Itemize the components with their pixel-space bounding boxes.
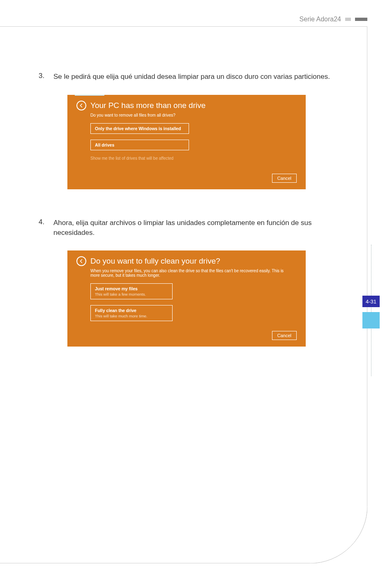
header-bar-dark xyxy=(355,18,367,21)
option-title: All drives xyxy=(95,142,184,147)
back-arrow-icon[interactable] xyxy=(76,256,86,266)
dialog-title-row: Do you want to fully clean your drive? xyxy=(76,256,297,266)
option-subtext: This will take much more time. xyxy=(95,314,168,318)
right-border xyxy=(367,26,367,506)
option-only-windows-drive[interactable]: Only the drive where Windows is installe… xyxy=(90,123,189,134)
option-just-remove-files[interactable]: Just remove my files This will take a fe… xyxy=(90,283,173,299)
dialog-spacer xyxy=(76,321,297,338)
section-tab xyxy=(362,312,380,328)
dialog-title-row: Your PC has more than one drive xyxy=(76,101,297,110)
step-number: 4. xyxy=(39,218,53,238)
screenshot-2: Do you want to fully clean your drive? W… xyxy=(67,250,334,347)
dialog-title: Your PC has more than one drive xyxy=(90,101,205,110)
option-title: Just remove my files xyxy=(95,286,168,291)
option-title: Fully clean the drive xyxy=(95,308,168,313)
dialog-spacer xyxy=(76,161,297,182)
page-corner-curve xyxy=(310,506,367,563)
dialog-fully-clean-drive: Do you want to fully clean your drive? W… xyxy=(67,250,306,347)
title-accent-bar xyxy=(75,95,104,96)
step-text: Ahora, elija quitar archivos o limpiar l… xyxy=(53,218,334,238)
page: Serie Adora24 4-31 3. Se le pedirá que e… xyxy=(0,0,392,588)
page-number-tab: 4-31 xyxy=(362,296,380,307)
dialog-body: When you remove your files, you can also… xyxy=(90,269,297,321)
dialog-subtitle: Do you want to remove all files from all… xyxy=(90,113,297,117)
series-label: Serie Adora24 xyxy=(300,16,341,23)
option-fully-clean-drive[interactable]: Fully clean the drive This will take muc… xyxy=(90,305,173,321)
header-right: Serie Adora24 xyxy=(300,16,367,23)
dialog-body: Do you want to remove all files from all… xyxy=(90,113,297,161)
option-title: Only the drive where Windows is installe… xyxy=(95,126,184,131)
step-number: 3. xyxy=(39,72,53,82)
step-text: Se le pedirá que elija qué unidad desea … xyxy=(53,72,330,82)
cancel-button[interactable]: Cancel xyxy=(272,174,297,183)
dialog-subtitle: When you remove your files, you can also… xyxy=(90,269,292,278)
option-all-drives[interactable]: All drives xyxy=(90,140,189,150)
option-subtext: This will take a few moments. xyxy=(95,292,168,296)
show-drives-link[interactable]: Show me the list of drives that will be … xyxy=(90,156,297,161)
header-bar-light xyxy=(345,18,351,21)
dialog-title: Do you want to fully clean your drive? xyxy=(90,257,220,266)
back-arrow-icon[interactable] xyxy=(76,101,86,110)
cancel-button[interactable]: Cancel xyxy=(272,331,297,340)
page-content: 3. Se le pedirá que elija qué unidad des… xyxy=(39,72,334,375)
header-underline xyxy=(0,26,367,27)
side-dotted-line xyxy=(371,245,371,376)
page-number: 4-31 xyxy=(366,299,376,305)
dialog-more-than-one-drive: Your PC has more than one drive Do you w… xyxy=(67,95,306,189)
screenshot-1: Your PC has more than one drive Do you w… xyxy=(67,95,334,189)
step-3: 3. Se le pedirá que elija qué unidad des… xyxy=(39,72,334,82)
step-4: 4. Ahora, elija quitar archivos o limpia… xyxy=(39,218,334,238)
bottom-border xyxy=(0,563,310,563)
